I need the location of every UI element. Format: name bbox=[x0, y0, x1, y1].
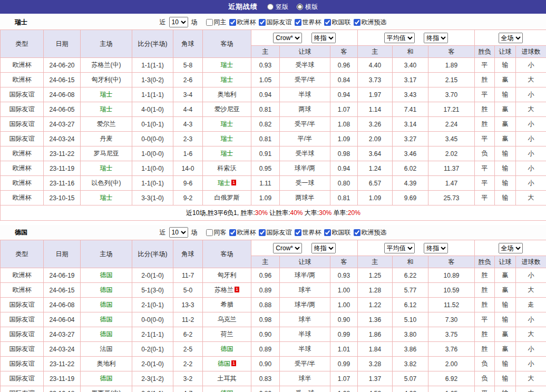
euro-draw-header: 和 bbox=[393, 46, 428, 58]
filter-checkbox-label: 欧国联 bbox=[332, 18, 351, 27]
home-team[interactable]: 瑞士 bbox=[81, 87, 132, 102]
home-team[interactable]: 墨西哥(中) bbox=[81, 386, 132, 392]
scope-select[interactable]: 全场 bbox=[499, 33, 523, 43]
filter-checkbox[interactable]: 同客 bbox=[206, 228, 227, 237]
home-team[interactable]: 瑞士 bbox=[81, 161, 132, 176]
euro-home-odds: 1.09 bbox=[358, 191, 393, 205]
away-team[interactable]: 德国1 bbox=[203, 357, 251, 371]
horizontal-layout-radio[interactable] bbox=[297, 4, 303, 10]
away-team[interactable]: 瑞士1 bbox=[203, 176, 251, 191]
euro-home-odds: 6.57 bbox=[358, 176, 393, 191]
filter-checkbox[interactable]: 欧国联 bbox=[324, 228, 351, 237]
euro-odds-type-select[interactable]: 终指 bbox=[424, 33, 448, 43]
filter-checkbox[interactable]: 欧国联 bbox=[324, 18, 351, 27]
match-date: 23-11-22 bbox=[44, 357, 81, 371]
home-team[interactable]: 德国 bbox=[81, 371, 132, 386]
away-team[interactable]: 爱沙尼亚 bbox=[203, 102, 251, 117]
asia-odds-type-select[interactable]: 终指 bbox=[311, 33, 336, 43]
vertical-layout-radio[interactable] bbox=[267, 4, 274, 10]
scope-select[interactable]: 全场 bbox=[499, 243, 523, 253]
filter-checkbox[interactable]: 国际友谊 bbox=[259, 18, 292, 27]
away-team[interactable]: 德国 bbox=[203, 342, 251, 357]
filter-checkbox[interactable]: 欧洲杯 bbox=[229, 18, 256, 27]
euro-odds-type-select[interactable]: 终指 bbox=[424, 243, 448, 253]
layout-option-vertical[interactable]: 竖版 bbox=[267, 3, 288, 12]
filter-checkbox[interactable]: 欧洲预选 bbox=[354, 18, 387, 27]
layout-option-horizontal[interactable]: 横版 bbox=[297, 3, 318, 12]
home-team[interactable]: 瑞士 bbox=[81, 102, 132, 117]
filter-checkbox-input[interactable] bbox=[259, 229, 266, 236]
match-score: 1-1(1-1) bbox=[132, 58, 173, 73]
home-team[interactable]: 罗马尼亚 bbox=[81, 146, 132, 161]
filter-checkbox[interactable]: 欧洲杯 bbox=[229, 228, 256, 237]
match-row: 国际友谊24-03-24丹麦0-0(0-0)2-3瑞士0.81平/半1.092.… bbox=[1, 132, 546, 146]
home-team[interactable]: 以色列(中) bbox=[81, 176, 132, 191]
corner-score: 13-3 bbox=[173, 298, 203, 312]
match-row: 欧洲杯23-11-16以色列(中)1-1(0-1)9-6瑞士11.11受一球0.… bbox=[1, 176, 546, 191]
home-team[interactable]: 瑞士 bbox=[81, 191, 132, 205]
home-team[interactable]: 德国 bbox=[81, 327, 132, 342]
filter-checkbox-input[interactable] bbox=[229, 229, 236, 236]
away-team[interactable]: 白俄罗斯 bbox=[203, 191, 251, 205]
away-team[interactable]: 瑞士 bbox=[203, 117, 251, 132]
away-team[interactable]: 土耳其 bbox=[203, 371, 251, 386]
away-team[interactable]: 奥地利 bbox=[203, 87, 251, 102]
filter-checkbox[interactable]: 同主 bbox=[206, 18, 227, 27]
filter-checkbox-input[interactable] bbox=[206, 229, 213, 236]
home-team[interactable]: 爱尔兰 bbox=[81, 117, 132, 132]
filter-checkbox[interactable]: 世界杯 bbox=[295, 18, 321, 27]
euro-away-odds: 11.37 bbox=[428, 161, 475, 176]
filter-checkbox[interactable]: 世界杯 bbox=[295, 228, 321, 237]
away-team[interactable]: 德国 bbox=[203, 386, 251, 392]
euro-source-select[interactable]: 平均值 bbox=[384, 243, 415, 253]
euro-away-odds: 2.00 bbox=[428, 357, 475, 371]
home-team[interactable]: 匈牙利(中) bbox=[81, 73, 132, 87]
page-title: 近期战绩 bbox=[228, 2, 258, 12]
filter-checkbox[interactable]: 国际友谊 bbox=[259, 228, 292, 237]
summary-row: 近10场,胜3平6负1, 胜率:30% 让胜率:40% 大率:30% 单率:20… bbox=[1, 205, 546, 221]
filter-checkbox-input[interactable] bbox=[259, 19, 266, 26]
corner-score: 1-6 bbox=[173, 146, 203, 161]
filter-checkbox-input[interactable] bbox=[324, 19, 331, 26]
recent-count-select[interactable]: 10 bbox=[169, 227, 188, 238]
away-team[interactable]: 荷兰 bbox=[203, 327, 251, 342]
asia-bookmaker-select[interactable]: Crow* bbox=[273, 33, 302, 43]
result-handicap: 输 bbox=[495, 146, 516, 161]
away-team[interactable]: 匈牙利 bbox=[203, 268, 251, 283]
match-date: 24-06-08 bbox=[44, 298, 81, 312]
filter-checkbox-input[interactable] bbox=[324, 229, 331, 236]
asia-bookmaker-select[interactable]: Crow* bbox=[273, 243, 302, 253]
recent-count-select[interactable]: 10 bbox=[169, 17, 188, 27]
home-team[interactable]: 德国 bbox=[81, 268, 132, 283]
home-team[interactable]: 丹麦 bbox=[81, 132, 132, 146]
filter-checkbox-input[interactable] bbox=[295, 19, 301, 26]
filter-checkbox-input[interactable] bbox=[229, 19, 236, 26]
home-team[interactable]: 法国 bbox=[81, 342, 132, 357]
away-team[interactable]: 苏格兰1 bbox=[203, 283, 251, 298]
result-goals: 小 bbox=[516, 132, 546, 146]
home-team[interactable]: 德国 bbox=[81, 312, 132, 327]
team-name-text: 瑞士 bbox=[221, 135, 233, 142]
away-team[interactable]: 瑞士 bbox=[203, 132, 251, 146]
away-team[interactable]: 瑞士 bbox=[203, 146, 251, 161]
asia-odds-type-select[interactable]: 终指 bbox=[311, 243, 336, 253]
away-team[interactable]: 瑞士 bbox=[203, 58, 251, 73]
competition-type: 国际友谊 bbox=[1, 87, 44, 102]
home-team[interactable]: 德国 bbox=[81, 298, 132, 312]
euro-home-odds: 3.73 bbox=[358, 73, 393, 87]
away-team[interactable]: 希腊 bbox=[203, 298, 251, 312]
home-team[interactable]: 奥地利 bbox=[81, 357, 132, 371]
away-team[interactable]: 科索沃 bbox=[203, 161, 251, 176]
away-team[interactable]: 乌克兰 bbox=[203, 312, 251, 327]
filter-checkbox-input[interactable] bbox=[354, 19, 360, 26]
filter-checkbox-input[interactable] bbox=[354, 229, 360, 236]
filter-checkbox[interactable]: 欧洲预选 bbox=[354, 228, 387, 237]
euro-source-select[interactable]: 平均值 bbox=[384, 33, 415, 43]
result-outcome: 胜 bbox=[475, 102, 495, 117]
away-team[interactable]: 瑞士 bbox=[203, 73, 251, 87]
filter-checkbox-input[interactable] bbox=[206, 19, 213, 26]
home-team[interactable]: 苏格兰(中) bbox=[81, 58, 132, 73]
swiss-section: 瑞士 近 10 场 同主欧洲杯国际友谊世界杯欧国联欧洲预选 类型 日期 bbox=[0, 15, 546, 221]
filter-checkbox-input[interactable] bbox=[295, 229, 301, 236]
home-team[interactable]: 德国 bbox=[81, 283, 132, 298]
